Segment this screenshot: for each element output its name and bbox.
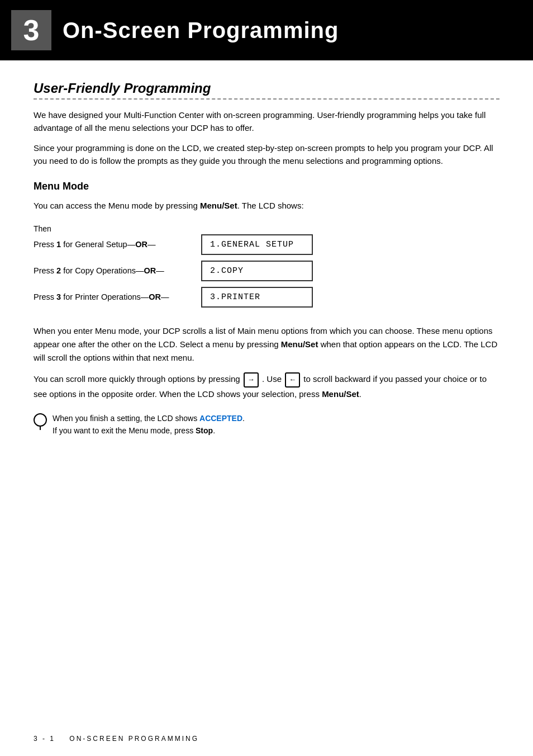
menu-set-bold-1: Menu/Set bbox=[200, 201, 237, 210]
note-line-1: When you finish a setting, the LCD shows… bbox=[53, 412, 245, 424]
lcd-row-1: Press 1 for General Setup—OR— 1.GENERAL … bbox=[34, 234, 499, 255]
section-divider bbox=[34, 98, 499, 100]
lcd-display-2: 2.COPY bbox=[201, 261, 313, 281]
scroll-paragraph-2: You can scroll more quickly through opti… bbox=[34, 372, 499, 401]
note-text: When you finish a setting, the LCD shows… bbox=[53, 412, 245, 437]
page-footer: 3 - 1 ON-SCREEN PROGRAMMING bbox=[34, 735, 199, 743]
intro-paragraph-2: Since your programming is done on the LC… bbox=[34, 141, 499, 168]
or-3: OR bbox=[149, 292, 161, 301]
menu-mode-intro: You can access the Menu mode by pressing… bbox=[34, 199, 499, 212]
footer-page: 3 - 1 bbox=[34, 735, 55, 743]
menu-set-bold-3: Menu/Set bbox=[322, 389, 359, 399]
section-heading: User-Friendly Programming bbox=[34, 81, 499, 96]
lcd-display-3: 3.PRINTER bbox=[201, 287, 313, 308]
key-1: 1 bbox=[56, 240, 61, 249]
section-menu-mode: Menu Mode You can access the Menu mode b… bbox=[34, 181, 499, 437]
note-icon bbox=[34, 413, 47, 427]
lcd-row-2: Press 2 for Copy Operations—OR— 2.COPY bbox=[34, 261, 499, 281]
key-2: 2 bbox=[56, 266, 61, 275]
or-1: OR bbox=[135, 240, 147, 249]
footer-section: ON-SCREEN PROGRAMMING bbox=[69, 735, 199, 743]
note-section: When you finish a setting, the LCD shows… bbox=[34, 412, 499, 437]
intro-paragraph-1: We have designed your Multi-Function Cen… bbox=[34, 108, 499, 135]
lcd-label-3: Press 3 for Printer Operations—OR— bbox=[34, 291, 201, 304]
accepted-text: ACCEPTED bbox=[199, 414, 242, 423]
or-2: OR bbox=[144, 266, 156, 275]
key-3: 3 bbox=[56, 292, 61, 301]
then-label-row: Then bbox=[34, 224, 499, 233]
lcd-label-2: Press 2 for Copy Operations—OR— bbox=[34, 265, 201, 277]
menu-mode-heading: Menu Mode bbox=[34, 181, 499, 192]
section-user-friendly: User-Friendly Programming We have design… bbox=[34, 81, 499, 167]
main-content: User-Friendly Programming We have design… bbox=[0, 81, 533, 437]
lcd-row-3: Press 3 for Printer Operations—OR— 3.PRI… bbox=[34, 287, 499, 308]
forward-arrow-icon: → bbox=[244, 372, 259, 388]
lcd-display-1: 1.GENERAL SETUP bbox=[201, 234, 313, 255]
lcd-options-section: Then Press 1 for General Setup—OR— 1.GEN… bbox=[34, 224, 499, 313]
chapter-header: 3 On-Screen Programming bbox=[0, 0, 533, 60]
back-arrow-icon: ← bbox=[285, 372, 300, 388]
chapter-number: 3 bbox=[11, 10, 51, 50]
note-line-2: If you want to exit the Menu mode, press… bbox=[53, 424, 245, 437]
then-label: Then bbox=[34, 224, 51, 233]
menu-set-bold-2: Menu/Set bbox=[281, 339, 318, 349]
scroll-paragraph-1: When you enter Menu mode, your DCP scrol… bbox=[34, 324, 499, 365]
lcd-label-1: Press 1 for General Setup—OR— bbox=[34, 239, 201, 251]
chapter-title: On-Screen Programming bbox=[63, 18, 339, 43]
stop-bold: Stop bbox=[196, 426, 213, 435]
